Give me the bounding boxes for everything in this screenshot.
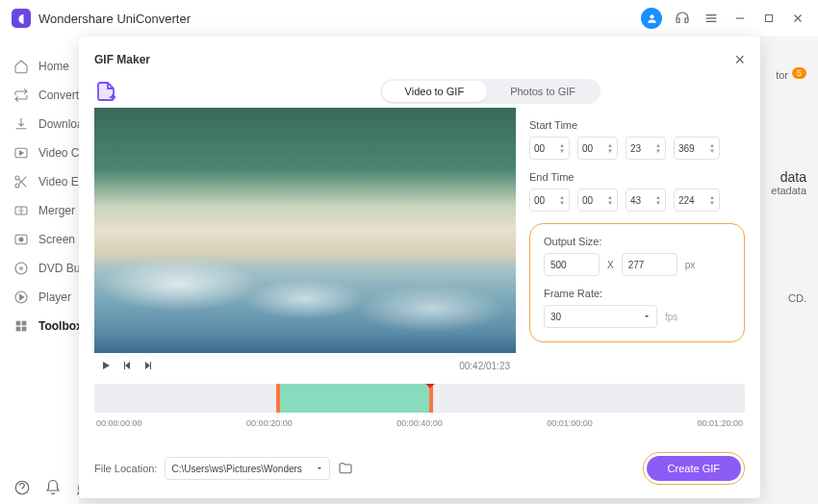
sidebar-item-merger[interactable]: Merger	[0, 196, 79, 225]
svg-point-17	[15, 263, 27, 274]
output-size-label: Output Size:	[544, 236, 730, 247]
timeline[interactable]	[94, 384, 745, 413]
merge-icon	[13, 203, 29, 218]
sidebar-item-label: Video Editor	[38, 175, 79, 189]
sidebar-item-home[interactable]: Home	[0, 52, 79, 81]
modal-top: Video to GIF Photos to GIF	[94, 77, 745, 106]
peek-badge: 5	[792, 67, 806, 79]
sidebar-item-label: Screen Recorder	[38, 233, 79, 246]
compress-icon	[13, 145, 29, 161]
titlebar-left: ◖ Wondershare UniConverter	[12, 9, 191, 28]
start-min-input[interactable]: 00▲▼	[577, 137, 618, 160]
timeline-range[interactable]	[276, 384, 432, 413]
sidebar-item-label: Toolbox	[38, 319, 79, 333]
user-avatar-icon[interactable]	[641, 8, 662, 29]
sidebar-item-player[interactable]: Player	[0, 283, 79, 312]
output-height-input[interactable]	[622, 253, 677, 276]
svg-rect-22	[16, 327, 21, 332]
start-time-row: 00▲▼ 00▲▼ 23▲▼ 369▲▼	[529, 137, 745, 160]
video-column: 00:42/01:23	[94, 108, 516, 378]
tab-video-to-gif[interactable]: Video to GIF	[382, 81, 488, 102]
tl-label: 00:01:00:00	[547, 418, 593, 428]
end-hour-input[interactable]: 00▲▼	[529, 189, 570, 212]
modal-footer: File Location: C:\Users\ws\Pictures\Wond…	[94, 441, 745, 485]
minimize-icon[interactable]	[731, 10, 749, 27]
next-frame-icon[interactable]	[142, 360, 154, 371]
sidebar-item-label: Player	[38, 290, 71, 304]
open-folder-icon[interactable]	[338, 461, 353, 476]
home-icon	[13, 59, 29, 74]
sidebar-item-label: Merger	[38, 204, 75, 217]
file-location-input[interactable]: C:\Users\ws\Pictures\Wonders	[165, 457, 330, 480]
svg-point-18	[20, 267, 23, 270]
sidebar-item-label: Downloader	[38, 117, 79, 131]
output-size-row: X px	[544, 253, 730, 276]
menu-icon[interactable]	[703, 10, 720, 27]
video-controls: 00:42/01:23	[94, 353, 516, 378]
sidebar-item-compressor[interactable]: Video Compressor	[0, 139, 79, 167]
tabs: Video to GIF Photos to GIF	[380, 79, 601, 104]
sidebar-item-editor[interactable]: Video Editor	[0, 167, 79, 196]
sidebar-item-recorder[interactable]: Screen Recorder	[0, 225, 79, 254]
end-sec-input[interactable]: 43▲▼	[626, 189, 666, 212]
start-ms-input[interactable]: 369▲▼	[674, 137, 720, 160]
app-logo-icon: ◖	[12, 9, 31, 28]
prev-frame-icon[interactable]	[121, 360, 133, 371]
px-label: px	[685, 260, 696, 270]
x-separator: X	[607, 260, 614, 270]
close-icon[interactable]	[789, 10, 806, 27]
sidebar-item-downloader[interactable]: Downloader	[0, 110, 79, 139]
svg-point-0	[650, 14, 653, 18]
play-icon	[13, 290, 29, 305]
help-icon[interactable]	[13, 479, 31, 496]
fps-label: fps	[665, 312, 677, 322]
start-hour-input[interactable]: 00▲▼	[529, 137, 570, 160]
sidebar-item-label: DVD Burner	[38, 262, 79, 275]
convert-icon	[13, 88, 29, 103]
sidebar-item-label: Converter	[38, 88, 79, 102]
bell-icon[interactable]	[44, 479, 62, 496]
video-preview[interactable]	[94, 108, 516, 353]
timeline-labels: 00:00:00:00 00:00:20:00 00:00:40:00 00:0…	[94, 418, 745, 428]
sidebar-item-label: Home	[38, 60, 69, 73]
disc-icon	[13, 261, 29, 276]
frame-rate-row: 30 fps	[544, 305, 730, 328]
video-time: 00:42/01:23	[459, 361, 510, 371]
chevron-down-icon	[316, 465, 323, 472]
svg-point-10	[15, 184, 19, 188]
toolbox-icon	[13, 318, 29, 334]
titlebar: ◖ Wondershare UniConverter	[0, 0, 818, 37]
svg-point-9	[15, 176, 19, 180]
titlebar-right	[641, 8, 806, 29]
output-width-input[interactable]	[544, 253, 600, 276]
modal-title: GIF Maker	[94, 53, 150, 66]
sidebar-item-dvd[interactable]: DVD Burner	[0, 254, 79, 283]
sidebar-item-toolbox[interactable]: Toolbox	[0, 312, 79, 340]
support-icon[interactable]	[674, 10, 691, 27]
tl-label: 00:00:00:00	[96, 418, 142, 428]
sidebar-item-converter[interactable]: Converter	[0, 81, 79, 110]
frame-rate-select[interactable]: 30	[544, 305, 657, 328]
svg-rect-20	[16, 321, 21, 326]
tl-label: 00:00:40:00	[396, 418, 443, 428]
frame-rate-label: Frame Rate:	[544, 288, 730, 299]
create-gif-button[interactable]: Create GIF	[647, 456, 741, 481]
peek-text: tor	[776, 69, 788, 81]
end-time-label: End Time	[529, 171, 745, 183]
start-sec-input[interactable]: 23▲▼	[626, 137, 666, 160]
play-button-icon[interactable]	[100, 360, 112, 371]
svg-rect-5	[766, 15, 773, 22]
scissors-icon	[13, 174, 29, 189]
end-min-input[interactable]: 00▲▼	[577, 189, 618, 212]
tl-label: 00:00:20:00	[246, 418, 293, 428]
maximize-icon[interactable]	[760, 10, 778, 27]
tab-photos-to-gif[interactable]: Photos to GIF	[487, 81, 599, 102]
gif-maker-modal: GIF Maker × Video to GIF Photos to GIF 0…	[79, 37, 760, 498]
app-title: Wondershare UniConverter	[38, 12, 191, 26]
create-button-highlight: Create GIF	[643, 452, 745, 485]
modal-close-icon[interactable]: ×	[734, 51, 745, 68]
end-ms-input[interactable]: 224▲▼	[674, 189, 720, 212]
end-time-row: 00▲▼ 00▲▼ 43▲▼ 224▲▼	[529, 189, 745, 212]
add-file-icon[interactable]	[94, 80, 117, 103]
output-settings-box: Output Size: X px Frame Rate: 30 fps	[529, 223, 745, 342]
